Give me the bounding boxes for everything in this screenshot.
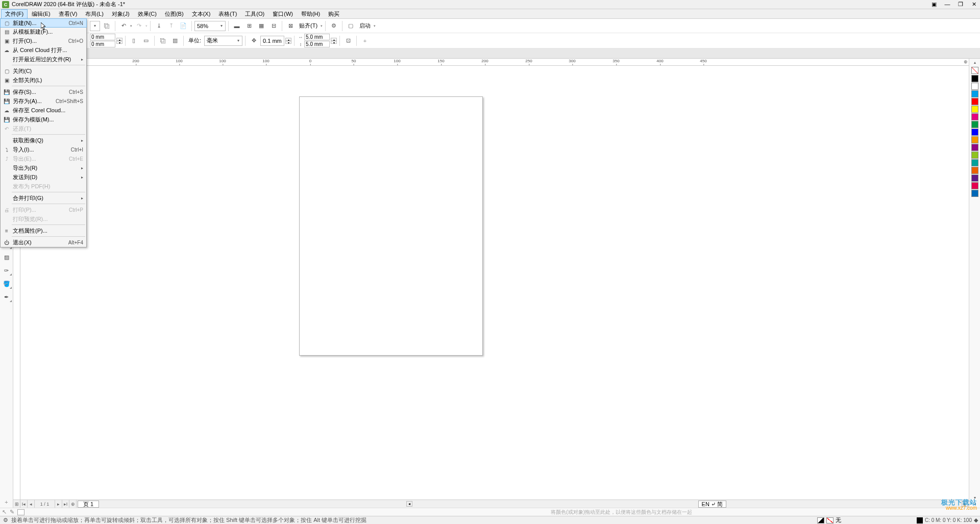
color-swatch[interactable] — [971, 144, 978, 151]
color-swatch[interactable] — [971, 113, 978, 120]
show-grid-icon[interactable]: ▦ — [256, 20, 267, 32]
portrait-icon[interactable]: ▯ — [128, 35, 139, 46]
ime-indicator[interactable]: EN ⤶ 简 — [698, 501, 726, 508]
color-swatch[interactable] — [971, 121, 978, 128]
menu-bitmap[interactable]: 位图(B) — [161, 9, 188, 19]
export-icon[interactable]: ⤒ — [165, 20, 177, 32]
next-page-icon[interactable]: ▸ — [55, 500, 62, 508]
eyedropper-tool-icon[interactable]: ✑ — [1, 265, 12, 276]
show-rulers-icon[interactable]: ⊞ — [243, 20, 255, 32]
color-swatch[interactable] — [971, 83, 978, 90]
color-swatch[interactable] — [971, 106, 978, 113]
snap-to-button[interactable]: 贴齐(T) — [297, 22, 320, 30]
no-color-swatch[interactable] — [971, 67, 978, 74]
color-swatch[interactable] — [971, 167, 978, 174]
outline-width-icon[interactable]: ◆ — [974, 517, 978, 523]
color-swatch[interactable] — [971, 152, 978, 159]
maximize-icon[interactable]: ❐ — [957, 1, 965, 8]
menu-item[interactable]: ▣全部关闭(L) — [1, 76, 86, 85]
show-guides-icon[interactable]: ⊟ — [268, 20, 279, 32]
color-swatch[interactable] — [971, 190, 978, 197]
current-page-icon[interactable]: ▥ — [169, 35, 181, 46]
close-icon[interactable]: ✕ — [970, 1, 978, 8]
import-icon[interactable]: ⤓ — [153, 20, 164, 32]
menu-item[interactable]: 打开最近用过的文件(R)▸ — [1, 55, 86, 64]
all-pages-icon[interactable]: ⿻ — [157, 35, 168, 46]
menu-item[interactable]: ▢关闭(C) — [1, 66, 86, 76]
menu-item[interactable]: 发送到(D)▸ — [1, 172, 86, 182]
treat-as-filled-icon[interactable]: ⊡ — [342, 35, 354, 46]
page-width-input[interactable] — [90, 34, 115, 40]
publish-pdf-icon[interactable]: 📄 — [178, 20, 189, 32]
color-swatch[interactable] — [971, 90, 978, 97]
outline-tool-icon[interactable]: ✒ — [1, 291, 12, 303]
undo-icon[interactable]: ↶ — [118, 20, 129, 32]
fill-tool-icon[interactable]: 🪣 — [1, 278, 12, 289]
menu-item[interactable]: ▢新建(N)...Ctrl+N — [0, 18, 87, 28]
menu-effects[interactable]: 效果(C) — [134, 9, 161, 19]
menu-buy[interactable]: 购买 — [324, 9, 344, 19]
hscroll-left-icon[interactable]: ◂ — [406, 501, 412, 507]
page-dimensions-spinner[interactable] — [90, 34, 115, 47]
first-page-icon[interactable]: I◂ — [20, 500, 28, 508]
minimize-icon[interactable]: — — [943, 1, 951, 8]
menu-item[interactable]: 💾保存(S)...Ctrl+S — [1, 87, 86, 96]
page-size-combo[interactable]: ▾ — [90, 21, 100, 31]
menu-tools[interactable]: 工具(O) — [241, 9, 268, 19]
page-counter[interactable]: 1 / 1 — [35, 500, 55, 508]
add-toolbar-icon[interactable]: + — [359, 35, 371, 46]
snap-off-icon[interactable]: ⊠ — [285, 20, 296, 32]
menu-item[interactable]: 💾保存为模版(M)... — [1, 115, 86, 124]
menu-window[interactable]: 窗口(W) — [268, 9, 297, 19]
duplicate-distance-spinner[interactable]: ↔ ↕ — [297, 34, 330, 47]
color-swatch[interactable] — [971, 75, 978, 82]
menu-edit[interactable]: 编辑(E) — [28, 9, 55, 19]
ruler-unit-icon[interactable]: ⊕ — [964, 59, 968, 64]
menu-text[interactable]: 文本(X) — [188, 9, 215, 19]
menu-item[interactable]: ▣打开(O)...Ctrl+O — [1, 36, 86, 45]
color-swatch[interactable] — [971, 174, 978, 182]
no-fill-indicator-icon[interactable] — [826, 517, 834, 523]
menu-file[interactable]: 文件(F) — [1, 9, 28, 19]
dup-x-input[interactable] — [304, 34, 330, 40]
menu-item[interactable]: ≡文档属性(P)... — [1, 226, 86, 235]
menu-item[interactable]: 获取图像(Q)▸ — [1, 136, 86, 145]
menu-item[interactable]: ▤从模板新建(F)... — [1, 27, 86, 36]
add-page-icon[interactable]: ⊕ — [69, 500, 77, 508]
page-options-icon[interactable]: ⊞ — [13, 500, 20, 508]
menu-layout[interactable]: 布局(L) — [81, 9, 107, 19]
menu-item[interactable]: ⤵导入(I)...Ctrl+I — [1, 145, 86, 154]
menu-item[interactable]: 💾另存为(A)...Ctrl+Shift+S — [1, 96, 86, 106]
toolbox-add-icon[interactable]: + — [1, 496, 12, 508]
transparency-tool-icon[interactable]: ▨ — [1, 252, 12, 263]
canvas-area[interactable] — [13, 66, 969, 500]
page-tab[interactable]: 页 1 — [78, 501, 99, 508]
layout-switch-icon[interactable]: ▣ — [930, 1, 938, 8]
menu-item[interactable]: ☁从 Corel Cloud 打开... — [1, 45, 86, 55]
zoom-input[interactable] — [195, 23, 218, 29]
color-swatch[interactable] — [971, 98, 978, 105]
menu-help[interactable]: 帮助(H) — [297, 9, 324, 19]
color-swatch[interactable] — [971, 159, 978, 166]
nudge-distance-input[interactable] — [260, 36, 284, 46]
outline-color-swatch[interactable] — [917, 517, 923, 523]
menu-table[interactable]: 表格(T) — [214, 9, 241, 19]
launch-box-icon[interactable]: ▢ — [345, 20, 356, 32]
page-canvas[interactable] — [299, 96, 483, 356]
fill-indicator-icon[interactable] — [817, 517, 824, 523]
menu-object[interactable]: 对象(J) — [108, 9, 134, 19]
copy-icon[interactable]: ⿻ — [101, 20, 112, 32]
launch-button[interactable]: 启动 — [357, 22, 373, 30]
palette-up-icon[interactable]: ▴ — [974, 60, 976, 66]
color-swatch[interactable] — [971, 129, 978, 136]
menu-item[interactable]: 合并打印(G)▸ — [1, 193, 86, 203]
status-options-icon[interactable]: ⚙ — [2, 517, 9, 523]
menu-item[interactable]: ☁保存至 Corel Cloud... — [1, 106, 86, 115]
color-swatch[interactable] — [971, 182, 978, 189]
fullscreen-icon[interactable]: ▬ — [231, 20, 242, 32]
zoom-combo[interactable]: ▾ — [194, 21, 226, 31]
page-height-input[interactable] — [90, 41, 115, 47]
menu-item[interactable]: ⏻退出(X)Alt+F4 — [1, 238, 86, 247]
last-page-icon[interactable]: ▸I — [62, 500, 69, 508]
landscape-icon[interactable]: ▭ — [140, 35, 152, 46]
